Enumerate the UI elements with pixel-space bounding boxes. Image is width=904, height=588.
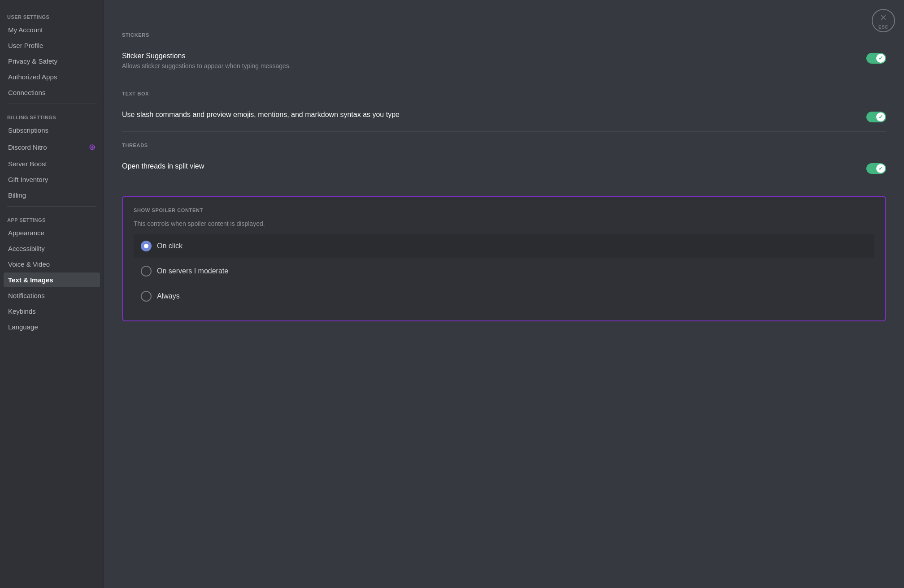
- sidebar-label-gift-inventory: Gift Inventory: [8, 176, 48, 183]
- sticker-suggestions-toggle[interactable]: ✓: [866, 53, 886, 64]
- main-content: × ESC STICKERS Sticker Suggestions Allow…: [104, 0, 904, 588]
- app-settings-header: APP SETTINGS: [4, 210, 100, 225]
- sidebar-item-text-images[interactable]: Text & Images: [4, 272, 100, 287]
- sidebar-label-notifications: Notifications: [8, 292, 45, 299]
- radio-on-click[interactable]: On click: [134, 234, 874, 258]
- radio-label-on-servers: On servers I moderate: [157, 267, 228, 275]
- sidebar-label-keybinds: Keybinds: [8, 307, 36, 315]
- threads-section-heading: THREADS: [122, 143, 886, 148]
- sidebar-item-language[interactable]: Language: [4, 320, 100, 334]
- radio-label-on-click: On click: [157, 242, 183, 250]
- sidebar-item-my-account[interactable]: My Account: [4, 22, 100, 37]
- threads-title: Open threads in split view: [122, 162, 856, 170]
- sidebar-label-my-account: My Account: [8, 26, 43, 34]
- radio-label-always: Always: [157, 292, 180, 300]
- sidebar-label-language: Language: [8, 323, 38, 331]
- sidebar-item-authorized-apps[interactable]: Authorized Apps: [4, 69, 100, 84]
- sidebar-item-appearance[interactable]: Appearance: [4, 225, 100, 240]
- slash-commands-toggle[interactable]: ✓: [866, 112, 886, 122]
- sidebar: USER SETTINGS My Account User Profile Pr…: [0, 0, 104, 588]
- sticker-suggestions-title: Sticker Suggestions: [122, 52, 856, 60]
- sidebar-label-text-images: Text & Images: [8, 276, 53, 284]
- threads-toggle[interactable]: ✓: [866, 163, 886, 174]
- divider-stickers-textbox: [122, 80, 886, 80]
- sticker-suggestions-row: Sticker Suggestions Allows sticker sugge…: [122, 45, 886, 78]
- radio-on-servers-moderate[interactable]: On servers I moderate: [134, 259, 874, 283]
- sidebar-label-appearance: Appearance: [8, 229, 44, 237]
- user-settings-header: USER SETTINGS: [4, 7, 100, 22]
- sidebar-item-billing[interactable]: Billing: [4, 188, 100, 203]
- sidebar-label-subscriptions: Subscriptions: [8, 126, 48, 134]
- sidebar-item-accessibility[interactable]: Accessibility: [4, 241, 100, 256]
- close-button[interactable]: × ESC: [872, 9, 895, 32]
- divider-threads-spoiler: [122, 183, 886, 183]
- threads-info: Open threads in split view: [122, 162, 866, 172]
- sidebar-item-connections[interactable]: Connections: [4, 85, 100, 100]
- toggle-knob-stickers: ✓: [876, 54, 885, 63]
- sidebar-item-notifications[interactable]: Notifications: [4, 288, 100, 303]
- toggle-knob-threads: ✓: [876, 164, 885, 173]
- close-icon: ×: [880, 12, 887, 23]
- billing-settings-header: BILLING SETTINGS: [4, 108, 100, 122]
- slash-commands-row: Use slash commands and preview emojis, m…: [122, 104, 886, 130]
- radio-circle-on-servers: [141, 266, 152, 277]
- sidebar-label-user-profile: User Profile: [8, 42, 43, 49]
- toggle-check-slash: ✓: [878, 114, 883, 120]
- sticker-suggestions-desc: Allows sticker suggestions to appear whe…: [122, 62, 856, 71]
- sidebar-item-discord-nitro[interactable]: Discord Nitro ⊕: [4, 138, 100, 156]
- sidebar-label-billing: Billing: [8, 191, 26, 199]
- sidebar-divider-1: [7, 104, 96, 104]
- slash-commands-info: Use slash commands and preview emojis, m…: [122, 111, 866, 121]
- toggle-knob-slash: ✓: [876, 112, 885, 121]
- divider-textbox-threads: [122, 131, 886, 132]
- sidebar-label-authorized-apps: Authorized Apps: [8, 73, 57, 81]
- radio-inner-on-click: [144, 244, 148, 248]
- sidebar-label-privacy-safety: Privacy & Safety: [8, 57, 57, 65]
- nitro-icon: ⊕: [89, 142, 96, 152]
- sidebar-item-user-profile[interactable]: User Profile: [4, 38, 100, 53]
- radio-circle-always: [141, 291, 152, 302]
- toggle-check-stickers: ✓: [878, 55, 883, 61]
- spoiler-heading: SHOW SPOILER CONTENT: [134, 208, 874, 213]
- toggle-check-threads: ✓: [878, 165, 883, 172]
- stickers-section-heading: STICKERS: [122, 32, 886, 38]
- sidebar-label-accessibility: Accessibility: [8, 245, 45, 252]
- sidebar-divider-2: [7, 206, 96, 207]
- spoiler-content-section: SHOW SPOILER CONTENT This controls when …: [122, 196, 886, 321]
- close-button-label: ESC: [878, 25, 888, 30]
- slash-commands-title: Use slash commands and preview emojis, m…: [122, 111, 856, 119]
- sidebar-label-connections: Connections: [8, 89, 45, 96]
- sidebar-item-gift-inventory[interactable]: Gift Inventory: [4, 172, 100, 187]
- sidebar-item-subscriptions[interactable]: Subscriptions: [4, 123, 100, 138]
- radio-always[interactable]: Always: [134, 285, 874, 308]
- sidebar-label-voice-video: Voice & Video: [8, 260, 50, 268]
- sidebar-label-discord-nitro: Discord Nitro: [8, 143, 47, 151]
- sidebar-item-privacy-safety[interactable]: Privacy & Safety: [4, 54, 100, 69]
- sidebar-label-server-boost: Server Boost: [8, 160, 47, 168]
- threads-row: Open threads in split view ✓: [122, 155, 886, 181]
- textbox-section-heading: TEXT BOX: [122, 91, 886, 96]
- sidebar-item-voice-video[interactable]: Voice & Video: [4, 257, 100, 272]
- sidebar-item-keybinds[interactable]: Keybinds: [4, 304, 100, 319]
- sidebar-item-server-boost[interactable]: Server Boost: [4, 156, 100, 171]
- radio-circle-on-click: [141, 241, 152, 251]
- sticker-suggestions-info: Sticker Suggestions Allows sticker sugge…: [122, 52, 866, 71]
- spoiler-desc: This controls when spoiler content is di…: [134, 220, 874, 227]
